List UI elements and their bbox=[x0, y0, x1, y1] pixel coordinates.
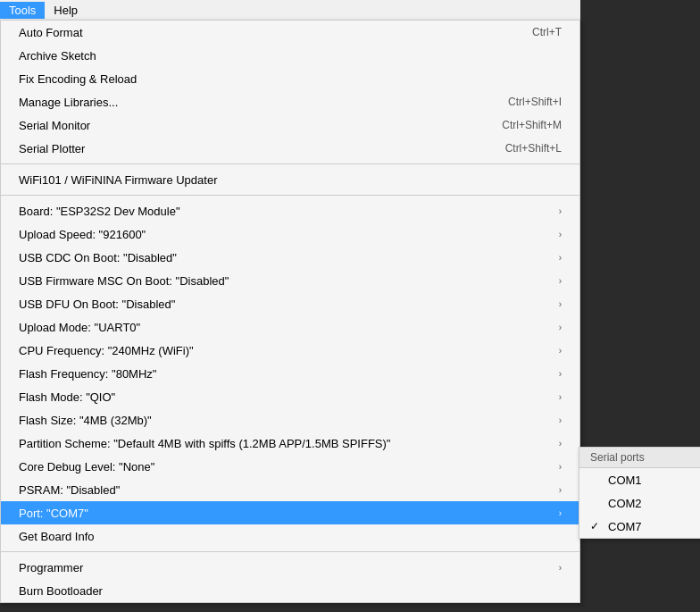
menu-item-label-programmer: Programmer bbox=[19, 561, 83, 574]
tools-dropdown-menu: Auto FormatCtrl+TArchive SketchFix Encod… bbox=[0, 20, 580, 603]
menu-item-port[interactable]: Port: "COM7"› bbox=[1, 501, 579, 524]
menu-item-label-get-board-info: Get Board Info bbox=[19, 530, 95, 543]
menu-item-label-partition: Partition Scheme: "Default 4MB with spif… bbox=[19, 437, 390, 450]
menu-item-label-upload-mode: Upload Mode: "UART0" bbox=[19, 321, 140, 334]
arrow-icon-psram: › bbox=[559, 485, 562, 495]
menu-item-label-fix-encoding: Fix Encoding & Reload bbox=[19, 72, 137, 86]
menu-item-label-upload-speed: Upload Speed: "921600" bbox=[19, 228, 146, 241]
arrow-icon-board: › bbox=[559, 206, 562, 216]
menu-item-fix-encoding[interactable]: Fix Encoding & Reload bbox=[1, 67, 579, 90]
menu-item-archive-sketch[interactable]: Archive Sketch bbox=[1, 44, 579, 67]
menu-item-label-serial-plotter: Serial Plotter bbox=[19, 142, 85, 155]
menu-item-get-board-info[interactable]: Get Board Info bbox=[1, 524, 579, 548]
submenu-label-com1: COM1 bbox=[608, 474, 642, 487]
menu-item-upload-mode[interactable]: Upload Mode: "UART0"› bbox=[1, 315, 579, 339]
arrow-icon-upload-mode: › bbox=[559, 323, 562, 332]
shortcut-serial-monitor: Ctrl+Shift+M bbox=[502, 119, 562, 131]
menu-item-programmer[interactable]: Programmer› bbox=[1, 556, 579, 579]
menubar: Tools Help bbox=[0, 0, 580, 20]
menu-item-label-cpu-freq: CPU Frequency: "240MHz (WiFi)" bbox=[19, 344, 194, 357]
shortcut-auto-format: Ctrl+T bbox=[532, 26, 562, 38]
menu-item-label-usb-cdc: USB CDC On Boot: "Disabled" bbox=[19, 251, 177, 264]
arrow-icon-flash-mode: › bbox=[559, 392, 562, 402]
arrow-icon-flash-size: › bbox=[559, 415, 562, 425]
menu-item-core-debug[interactable]: Core Debug Level: "None"› bbox=[1, 455, 579, 478]
menu-item-upload-speed[interactable]: Upload Speed: "921600"› bbox=[1, 222, 579, 246]
menu-item-label-usb-firmware: USB Firmware MSC On Boot: "Disabled" bbox=[19, 274, 229, 288]
menu-item-label-psram: PSRAM: "Disabled" bbox=[19, 483, 120, 497]
menu-item-usb-cdc[interactable]: USB CDC On Boot: "Disabled"› bbox=[1, 246, 579, 269]
menu-item-manage-libraries[interactable]: Manage Libraries...Ctrl+Shift+I bbox=[1, 90, 579, 113]
menu-item-serial-plotter[interactable]: Serial PlotterCtrl+Shift+L bbox=[1, 137, 579, 160]
menu-item-partition[interactable]: Partition Scheme: "Default 4MB with spif… bbox=[1, 432, 579, 455]
arrow-icon-flash-freq: › bbox=[559, 369, 562, 379]
menu-item-label-auto-format: Auto Format bbox=[19, 26, 83, 39]
menu-item-label-serial-monitor: Serial Monitor bbox=[19, 119, 90, 132]
menu-item-psram[interactable]: PSRAM: "Disabled"› bbox=[1, 478, 579, 501]
shortcut-manage-libraries: Ctrl+Shift+I bbox=[508, 96, 562, 108]
menu-item-usb-dfu[interactable]: USB DFU On Boot: "Disabled"› bbox=[1, 292, 579, 315]
menu-item-label-usb-dfu: USB DFU On Boot: "Disabled" bbox=[19, 298, 175, 311]
separator-after-serial-plotter bbox=[1, 163, 579, 164]
submenu-label-com7: COM7 bbox=[608, 520, 642, 533]
port-submenu: Serial ports COM1COM2✓COM7 bbox=[579, 447, 700, 539]
menu-item-label-board: Board: "ESP32S2 Dev Module" bbox=[19, 205, 180, 218]
arrow-icon-upload-speed: › bbox=[559, 230, 562, 239]
submenu-item-com1[interactable]: COM1 bbox=[579, 468, 700, 491]
menu-item-wifi-firmware[interactable]: WiFi101 / WiFiNINA Firmware Updater bbox=[1, 168, 579, 191]
submenu-label-com2: COM2 bbox=[608, 497, 642, 510]
menu-item-label-burn-bootloader: Burn Bootloader bbox=[19, 584, 103, 598]
separator-after-get-board-info bbox=[1, 551, 579, 552]
menu-item-label-flash-mode: Flash Mode: "QIO" bbox=[19, 390, 115, 404]
menu-item-burn-bootloader[interactable]: Burn Bootloader bbox=[1, 579, 579, 602]
menu-item-label-port: Port: "COM7" bbox=[19, 507, 88, 520]
submenu-item-com2[interactable]: COM2 bbox=[579, 491, 700, 515]
separator-after-wifi-firmware bbox=[1, 195, 579, 196]
menu-item-flash-freq[interactable]: Flash Frequency: "80MHz"› bbox=[1, 362, 579, 385]
arrow-icon-programmer: › bbox=[559, 563, 562, 573]
arrow-icon-cpu-freq: › bbox=[559, 346, 562, 356]
arrow-icon-partition: › bbox=[559, 439, 562, 449]
arrow-icon-usb-firmware: › bbox=[559, 276, 562, 286]
menu-item-cpu-freq[interactable]: CPU Frequency: "240MHz (WiFi)"› bbox=[1, 339, 579, 362]
menu-item-flash-size[interactable]: Flash Size: "4MB (32Mb)"› bbox=[1, 408, 579, 432]
menubar-tools[interactable]: Tools bbox=[0, 2, 45, 19]
menu-item-label-wifi-firmware: WiFi101 / WiFiNINA Firmware Updater bbox=[19, 173, 217, 187]
menu-item-label-core-debug: Core Debug Level: "None" bbox=[19, 460, 154, 474]
submenu-header: Serial ports bbox=[579, 448, 700, 468]
menu-item-label-archive-sketch: Archive Sketch bbox=[19, 49, 96, 63]
menubar-help[interactable]: Help bbox=[45, 2, 87, 19]
arrow-icon-core-debug: › bbox=[559, 462, 562, 472]
shortcut-serial-plotter: Ctrl+Shift+L bbox=[505, 142, 562, 155]
arrow-icon-port: › bbox=[559, 508, 562, 518]
arrow-icon-usb-dfu: › bbox=[559, 299, 562, 309]
menu-item-serial-monitor[interactable]: Serial MonitorCtrl+Shift+M bbox=[1, 113, 579, 137]
submenu-item-com7[interactable]: ✓COM7 bbox=[579, 515, 700, 538]
menu-item-auto-format[interactable]: Auto FormatCtrl+T bbox=[1, 21, 579, 44]
menu-item-board[interactable]: Board: "ESP32S2 Dev Module"› bbox=[1, 199, 579, 222]
menu-item-flash-mode[interactable]: Flash Mode: "QIO"› bbox=[1, 385, 579, 408]
arrow-icon-usb-cdc: › bbox=[559, 253, 562, 263]
check-icon-com7: ✓ bbox=[590, 520, 604, 532]
menu-item-label-flash-freq: Flash Frequency: "80MHz" bbox=[19, 367, 156, 381]
menu-item-label-flash-size: Flash Size: "4MB (32Mb)" bbox=[19, 414, 152, 427]
menu-item-label-manage-libraries: Manage Libraries... bbox=[19, 96, 118, 109]
menu-item-usb-firmware[interactable]: USB Firmware MSC On Boot: "Disabled"› bbox=[1, 269, 579, 292]
